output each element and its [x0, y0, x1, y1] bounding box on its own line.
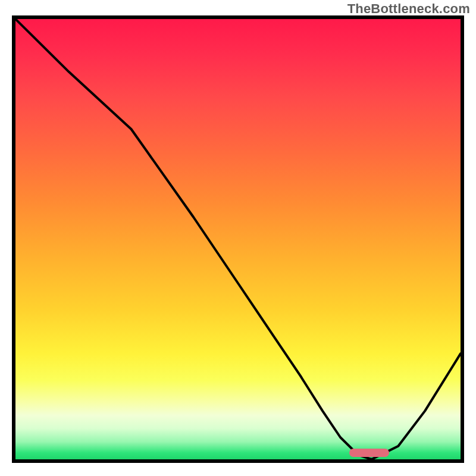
watermark-text: TheBottleneck.com	[347, 1, 470, 17]
chart-frame	[12, 15, 464, 463]
bottleneck-curve-path	[15, 19, 461, 459]
plot-svg	[15, 19, 461, 459]
chart-container: TheBottleneck.com	[0, 0, 476, 476]
optimal-range-marker	[349, 449, 389, 457]
